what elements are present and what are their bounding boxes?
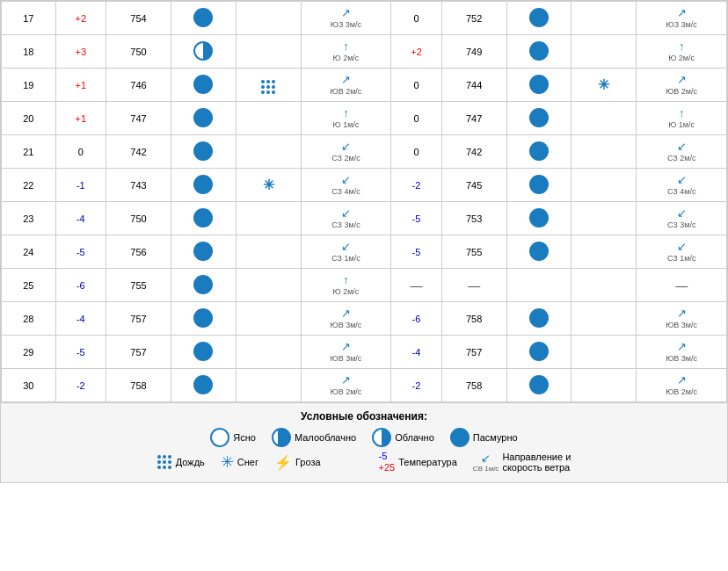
legend-cloud-row: Ясно Малооблачно Облачно Пасмурно [4, 428, 724, 447]
press-col: 750 [106, 202, 171, 235]
wind-col: ↙СЗ 4м/с [301, 169, 391, 202]
rain-label: Дождь [176, 457, 205, 467]
temp2-col: 0 [391, 2, 441, 35]
precip2-col [571, 269, 637, 302]
cloud2-col [506, 135, 571, 169]
legend-snow: ✳ Снег [221, 452, 258, 472]
press-col: 743 [106, 169, 171, 202]
cloud-col [171, 169, 236, 202]
press-col: 747 [106, 102, 171, 135]
temp-col: +3 [55, 35, 106, 69]
day-col: 18 [2, 35, 56, 69]
day-col: 20 [2, 102, 56, 135]
temp-col: -1 [55, 169, 106, 202]
day-col: 29 [2, 336, 56, 369]
cloud2-col [506, 102, 571, 135]
cloudy-label: Облачно [395, 432, 434, 443]
cloud2-col [506, 169, 571, 202]
press2-col: — [441, 269, 506, 302]
wind2-col: ↙СЗ 3м/с [637, 202, 727, 235]
press2-col: 745 [441, 169, 506, 202]
cloud-col [171, 102, 236, 135]
precip-col [236, 2, 301, 35]
temp2-col: -4 [391, 336, 441, 369]
wind-col: ↗ЮВ 2м/с [301, 69, 391, 102]
wind-col: ↑Ю 2м/с [301, 269, 391, 302]
precip2-col [571, 102, 637, 135]
precip2-col [571, 202, 637, 235]
cloud2-col [506, 69, 571, 102]
partly-label: Малооблачно [295, 432, 356, 443]
temp2-col: -5 [391, 202, 441, 235]
legend-cloudy: Облачно [372, 428, 434, 447]
press-col: 754 [106, 2, 171, 35]
thunder-icon: ⚡ [274, 454, 292, 471]
temp-col: -4 [55, 302, 106, 336]
day-col: 23 [2, 202, 56, 235]
precip2-col [571, 169, 637, 202]
cloud-col [171, 69, 236, 102]
press-col: 742 [106, 135, 171, 169]
wind-col: ↗ЮВ 3м/с [301, 302, 391, 336]
cloud-col [171, 336, 236, 369]
precip-col [236, 35, 301, 69]
precip2-col [571, 235, 637, 269]
press-col: 758 [106, 369, 171, 402]
temp-col: -6 [55, 269, 106, 302]
legend-title: Условные обозначения: [4, 410, 724, 423]
day-col: 19 [2, 69, 56, 102]
wind2-col: ↗ЮВ 3м/с [637, 336, 727, 369]
temp-col: +1 [55, 102, 106, 135]
press2-col: 747 [441, 102, 506, 135]
press-col: 755 [106, 269, 171, 302]
press-col: 756 [106, 235, 171, 269]
wind-speed-legend: СВ 1м/с [473, 465, 499, 473]
cloud-col [171, 269, 236, 302]
temp2-col: -2 [391, 169, 441, 202]
precip2-col [571, 135, 637, 169]
wind2-col: ↙СЗ 1м/с [637, 235, 727, 269]
press2-col: 758 [441, 302, 506, 336]
wind2-col: ↑Ю 2м/с [637, 35, 727, 69]
snow-icon: ✳ [221, 452, 234, 472]
temp-col: -4 [55, 202, 106, 235]
precip-col [236, 135, 301, 169]
legend-precip-row: Дождь ✳ Снег ⚡ Гроза -5 +25 Температура [4, 451, 724, 473]
day-col: 22 [2, 169, 56, 202]
wind-col: ↙СЗ 2м/с [301, 135, 391, 169]
temp2-col: -6 [391, 302, 441, 336]
press2-col: 755 [441, 235, 506, 269]
rain-icon [157, 455, 172, 470]
legend-thunder: ⚡ Гроза [274, 454, 321, 471]
overcast-icon [450, 428, 470, 447]
press2-col: 752 [441, 2, 506, 35]
cloud-col [171, 369, 236, 402]
press2-col: 757 [441, 336, 506, 369]
precip2-col [571, 369, 637, 402]
wind2-col: ↙СЗ 2м/с [637, 135, 727, 169]
wind2-col: ↑Ю 1м/с [637, 102, 727, 135]
temp2-col: +2 [391, 35, 441, 69]
day-col: 30 [2, 369, 56, 402]
wind2-col: ↗ЮВ 3м/с [637, 302, 727, 336]
precip-col [236, 235, 301, 269]
wind-col: ↙СЗ 1м/с [301, 235, 391, 269]
temp-col: -5 [55, 336, 106, 369]
wind-col: ↑Ю 2м/с [301, 35, 391, 69]
wind-col: ↗ЮЗ 3м/с [301, 2, 391, 35]
temp2-col: -2 [391, 369, 441, 402]
temp-desc: Температура [398, 457, 457, 467]
precip2-col [571, 2, 637, 35]
press-col: 757 [106, 302, 171, 336]
precip-col [236, 336, 301, 369]
overcast-label: Пасмурно [473, 432, 518, 443]
clear-label: Ясно [233, 432, 256, 443]
wind-col: ↗ЮВ 3м/с [301, 336, 391, 369]
day-col: 24 [2, 235, 56, 269]
cloud2-col [506, 2, 571, 35]
temp2-col: -5 [391, 235, 441, 269]
press-col: 746 [106, 69, 171, 102]
precip-col [236, 69, 301, 102]
cloud-col [171, 35, 236, 69]
precip-col [236, 269, 301, 302]
